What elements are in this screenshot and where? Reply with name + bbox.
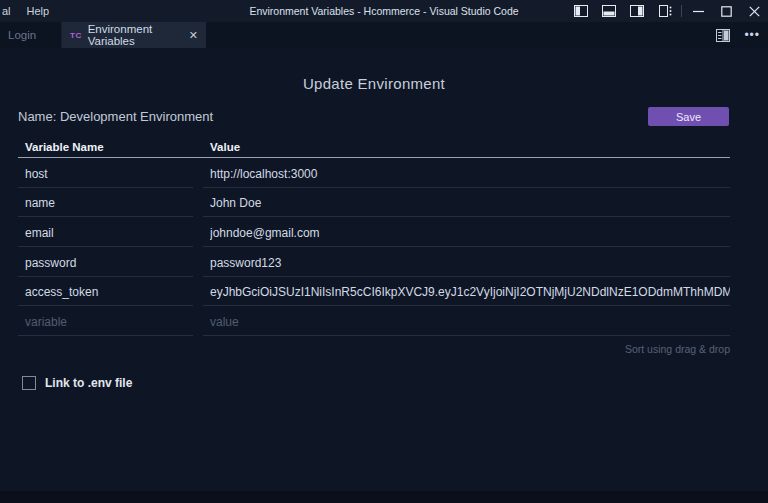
window-controls [567, 0, 768, 22]
title-bar: al Help Environment Variables - Hcommerc… [0, 0, 768, 22]
environment-name-row: Name: Development Environment Save [18, 107, 730, 127]
variable-value-input[interactable] [203, 195, 730, 217]
window-title: Environment Variables - Hcommerce - Visu… [249, 5, 518, 17]
environment-variable-row [18, 217, 730, 247]
new-variable-row [18, 306, 730, 336]
environment-variable-row [18, 277, 730, 307]
more-actions-icon[interactable]: ••• [744, 28, 760, 42]
editor-tab-bar: Login TC Environment Variables ✕ [0, 22, 768, 48]
menu-item-help[interactable]: Help [19, 0, 58, 22]
tab-environment-variables-label: Environment Variables [88, 23, 183, 47]
tab-login-label: Login [8, 29, 36, 41]
variable-value-input[interactable] [203, 284, 730, 306]
tab-environment-variables[interactable]: TC Environment Variables ✕ [62, 22, 206, 48]
maximize-button[interactable] [712, 0, 740, 22]
value-column-header: Value [203, 141, 730, 153]
variable-name-input[interactable] [18, 284, 193, 306]
new-variable-value-input[interactable] [203, 314, 730, 336]
table-header-row: Variable Name Value [18, 136, 730, 158]
thunder-client-icon: TC [70, 31, 82, 40]
minimize-button[interactable] [684, 0, 712, 22]
environment-variable-row [18, 188, 730, 218]
variable-value-input[interactable] [203, 166, 730, 188]
close-tab-icon[interactable]: ✕ [189, 30, 198, 41]
toggle-sidebar-right-icon[interactable] [623, 0, 651, 22]
environment-variable-row [18, 158, 730, 188]
page-title: Update Environment [18, 75, 730, 92]
editor-actions: ••• [716, 22, 760, 48]
sort-hint-text: Sort using drag & drop [18, 343, 730, 355]
close-window-button[interactable] [740, 0, 768, 22]
window-controls-divider [681, 5, 682, 17]
environment-variables-table: Variable Name Value Sort using drag & dr… [18, 136, 730, 355]
menu-item-terminal-partial[interactable]: al [0, 0, 19, 22]
variable-name-column-header: Variable Name [18, 141, 193, 153]
tab-login[interactable]: Login [0, 22, 62, 48]
variable-name-input[interactable] [18, 166, 193, 188]
variable-name-input[interactable] [18, 225, 193, 247]
table-rows [18, 158, 730, 306]
save-button[interactable]: Save [648, 107, 729, 126]
menu-bar: al Help [0, 0, 57, 22]
variable-value-input[interactable] [203, 255, 730, 277]
new-variable-name-input[interactable] [18, 314, 193, 336]
toggle-panel-icon[interactable] [595, 0, 623, 22]
variable-name-input[interactable] [18, 195, 193, 217]
variable-name-input[interactable] [18, 255, 193, 277]
link-env-checkbox[interactable] [22, 376, 36, 390]
link-env-file-row: Link to .env file [22, 376, 132, 390]
bottom-edge-strip [0, 491, 768, 503]
split-editor-icon[interactable] [716, 29, 730, 42]
toggle-sidebar-left-icon[interactable] [567, 0, 595, 22]
environment-name-label: Name: Development Environment [18, 107, 730, 127]
environment-variable-row [18, 247, 730, 277]
customize-layout-icon[interactable] [651, 0, 679, 22]
variable-value-input[interactable] [203, 225, 730, 247]
link-env-checkbox-label: Link to .env file [45, 376, 132, 390]
